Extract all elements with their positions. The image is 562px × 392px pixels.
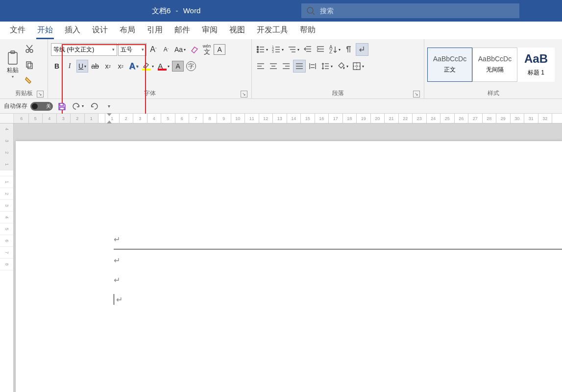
multilevel-button[interactable]: ▾	[286, 43, 301, 56]
tab-layout[interactable]: 布局	[114, 22, 141, 39]
ruler-corner[interactable]: L	[0, 114, 14, 123]
ruler-tick: 29	[496, 114, 511, 123]
tab-review[interactable]: 审阅	[196, 22, 223, 39]
clear-format-button[interactable]	[188, 43, 200, 56]
align-center-button[interactable]	[268, 60, 279, 73]
show-paragraph-button[interactable]	[356, 43, 368, 56]
ruler-tick: 6	[175, 114, 190, 123]
font-launcher[interactable]: ↘	[241, 91, 247, 98]
format-painter-button[interactable]	[24, 74, 35, 87]
superscript-button[interactable]: x2	[115, 60, 126, 73]
char-border-button[interactable]: A	[214, 44, 225, 55]
page[interactable]: ↵ ↵ ↵ ↵	[16, 141, 562, 392]
tab-reference[interactable]: 引用	[141, 22, 169, 39]
subscript-button[interactable]: x2	[102, 60, 114, 73]
paragraph-3[interactable]: ↵	[114, 270, 562, 290]
first-line-indent-marker[interactable]	[107, 113, 112, 116]
ruler-tick: 4	[147, 114, 162, 123]
distribute-button[interactable]	[307, 60, 318, 73]
search-input[interactable]	[320, 7, 514, 15]
ruler-tick: 28	[483, 114, 497, 123]
ruler-horizontal[interactable]: L 65432112345678910111213141516171819202…	[0, 114, 562, 123]
ruler-tick: 5	[29, 114, 43, 123]
text-effects-button[interactable]: A▾	[127, 60, 140, 73]
group-styles: AaBbCcDc 正文 AaBbCcDc 无间隔 AaB 标题 1 样式	[424, 39, 562, 98]
search-box[interactable]	[301, 3, 519, 18]
indent-button[interactable]	[315, 43, 326, 56]
line-spacing-button[interactable]: ▾	[319, 60, 334, 73]
style-nospacing-label: 无间隔	[486, 66, 504, 74]
enclose-char-button[interactable]: 字	[185, 60, 197, 73]
style-heading1[interactable]: AaB 标题 1	[517, 48, 555, 82]
ruler-tick: 2	[71, 114, 85, 123]
ruler-tick: 27	[468, 114, 483, 123]
italic-button[interactable]: I	[64, 60, 75, 73]
tab-help[interactable]: 帮助	[294, 22, 321, 39]
tab-file[interactable]: 文件	[4, 22, 31, 39]
doc-name: 文档6	[152, 6, 171, 15]
cut-button[interactable]	[24, 43, 35, 55]
tab-home[interactable]: 开始	[31, 22, 59, 39]
highlight-button[interactable]: ▾	[141, 60, 155, 73]
tab-insert[interactable]: 插入	[59, 22, 86, 39]
paragraph-return-icon	[358, 45, 367, 54]
shading-button[interactable]: ▾	[335, 60, 350, 73]
strikethrough-button[interactable]: ab	[89, 60, 101, 73]
numbering-button[interactable]: 123▾	[270, 43, 285, 56]
tab-devtools[interactable]: 开发工具	[251, 22, 294, 39]
change-case-button[interactable]: Aa▾	[173, 43, 187, 56]
style-no-spacing[interactable]: AaBbCcDc 无间隔	[472, 48, 517, 82]
undo-button[interactable]: ▾	[71, 100, 85, 113]
char-shading-button[interactable]: A	[172, 61, 184, 72]
align-left-button[interactable]	[255, 60, 267, 73]
svg-rect-8	[26, 62, 31, 67]
sort-button[interactable]: AZ▾	[327, 43, 342, 56]
grow-font-button[interactable]: Aˆ	[147, 43, 159, 56]
clipboard-launcher[interactable]: ↘	[37, 91, 44, 98]
paragraph-2[interactable]: ↵	[114, 250, 562, 270]
ruler-tick: 3	[133, 114, 147, 123]
ruler-tick: 18	[343, 114, 357, 123]
paragraph-launcher[interactable]: ↘	[413, 91, 420, 98]
ruler-tick: 7	[189, 114, 203, 123]
paste-button[interactable]: 粘贴 ▾	[3, 48, 23, 81]
document-area[interactable]: ↵ ↵ ↵ ↵	[14, 123, 562, 392]
save-icon	[57, 102, 66, 111]
font-name-combo[interactable]: 等线 (中文正文)▾	[51, 43, 117, 56]
ruler-tick: 26	[455, 114, 469, 123]
shrink-font-button[interactable]: Aˇ	[160, 43, 172, 56]
pinyin-button[interactable]: wén文	[201, 44, 213, 55]
borders-button[interactable]: ▾	[351, 60, 366, 73]
tab-view[interactable]: 视图	[223, 22, 251, 39]
ruler-vertical[interactable]: 432112345678	[0, 123, 14, 392]
align-justify-icon	[295, 62, 304, 71]
svg-text:Z: Z	[329, 49, 332, 54]
ruler-tick: 30	[511, 114, 525, 123]
redo-button[interactable]	[88, 100, 100, 113]
paragraph-1[interactable]: ↵	[114, 229, 562, 249]
toggle-marks-button[interactable]	[343, 43, 355, 56]
underline-button[interactable]: U▾	[76, 60, 88, 73]
bullets-button[interactable]: ▾	[255, 43, 269, 56]
ruler-tick: 6	[15, 114, 29, 123]
svg-rect-52	[353, 63, 360, 70]
outdent-button[interactable]	[302, 43, 314, 56]
tab-design[interactable]: 设计	[86, 22, 114, 39]
style-normal-label: 正文	[444, 66, 456, 74]
align-justify-button[interactable]	[293, 60, 306, 73]
tab-mail[interactable]: 邮件	[169, 22, 196, 39]
svg-point-0	[307, 7, 313, 13]
paragraph-4[interactable]: ↵	[114, 290, 562, 309]
scissors-icon	[25, 45, 34, 53]
align-right-button[interactable]	[280, 60, 292, 73]
sort-icon: AZ	[329, 45, 338, 54]
font-color-button[interactable]: A▾	[156, 60, 171, 73]
font-size-combo[interactable]: 五号▾	[118, 43, 147, 56]
qat-customize-button[interactable]: ▾	[103, 100, 115, 113]
copy-button[interactable]	[24, 58, 35, 71]
save-button[interactable]	[56, 100, 68, 113]
highlighter-icon	[142, 62, 150, 69]
autosave-toggle[interactable]: 关	[30, 102, 53, 111]
bold-button[interactable]: B	[51, 60, 63, 73]
style-normal[interactable]: AaBbCcDc 正文	[427, 48, 472, 82]
